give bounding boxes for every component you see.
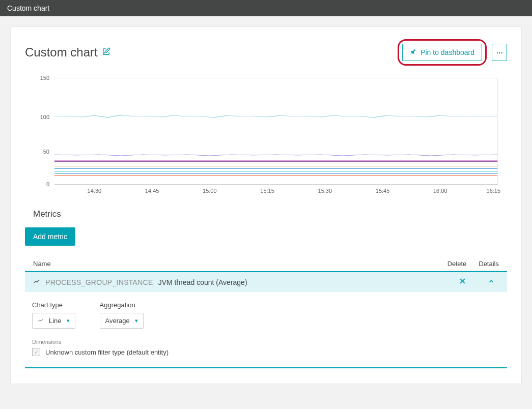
x-tick: 16:15 (487, 188, 501, 194)
line-chart-icon (38, 317, 44, 325)
metric-tag: PROCESS_GROUP_INSTANCE (45, 278, 153, 286)
more-icon: ⋯ (496, 49, 503, 56)
metric-row-actions (459, 277, 499, 287)
x-tick: 14:45 (145, 188, 159, 194)
section-bottom-rule (25, 367, 507, 368)
chart-series-line (54, 160, 497, 161)
col-name: Name (33, 260, 51, 268)
chart-series-line (54, 168, 497, 169)
delete-metric-button[interactable] (459, 277, 466, 287)
x-tick: 16:00 (433, 188, 447, 194)
chart-series-line (54, 163, 497, 163)
x-tick: 15:45 (376, 188, 390, 194)
aggregation-select[interactable]: Average ▾ (100, 313, 144, 329)
metric-row[interactable]: PROCESS_GROUP_INSTANCE JVM thread count … (25, 271, 507, 292)
chart-series-line (54, 161, 497, 162)
pin-to-dashboard-button[interactable]: Pin to dashboard (402, 44, 482, 61)
x-tick: 15:15 (260, 188, 274, 194)
pin-icon (410, 48, 416, 56)
top-bar: Custom chart (0, 0, 532, 16)
chart-type-label: Chart type (32, 301, 75, 309)
metric-row-left: PROCESS_GROUP_INSTANCE JVM thread count … (33, 278, 459, 286)
main-card: Custom chart Pin to dashboard ⋯ (10, 26, 522, 384)
dimension-text: Unknown custom filter type (default enti… (45, 348, 169, 356)
line-chart-icon (33, 278, 40, 286)
chart-series-line (54, 173, 497, 173)
aggregation-value: Average (105, 317, 130, 325)
y-tick: 100 (40, 114, 54, 120)
col-right-group: Delete Details (447, 260, 499, 268)
dimension-row: ✓ Unknown custom filter type (default en… (25, 347, 507, 367)
chevron-down-icon: ▾ (67, 317, 70, 324)
chart-series-line (54, 175, 497, 176)
y-tick: 50 (43, 149, 54, 155)
chart-type-value: Line (49, 317, 62, 325)
y-tick: 0 (46, 181, 54, 187)
edit-title-icon[interactable] (102, 47, 110, 58)
header-actions: Pin to dashboard ⋯ (398, 39, 507, 66)
more-actions-button[interactable]: ⋯ (492, 44, 507, 61)
page-title: Custom chart (25, 45, 98, 60)
chart-series-line (54, 153, 497, 157)
x-tick: 15:30 (318, 188, 332, 194)
aggregation-control: Aggregation Average ▾ (100, 301, 144, 329)
chart-plot[interactable] (54, 78, 498, 185)
metric-label: JVM thread count (Average) (158, 278, 247, 286)
chart-area: 150 100 50 0 14:30 14:45 15:00 15:15 15:… (54, 78, 498, 195)
metric-controls: Chart type Line ▾ Aggregation Average ▾ (25, 292, 507, 339)
chart-type-control: Chart type Line ▾ (32, 301, 75, 329)
x-tick: 15:00 (203, 188, 217, 194)
chart-series-line (54, 171, 497, 171)
chart-type-select[interactable]: Line ▾ (32, 313, 75, 329)
top-bar-title: Custom chart (7, 4, 49, 12)
chevron-down-icon: ▾ (135, 317, 138, 324)
title-wrap: Custom chart (25, 45, 110, 60)
metrics-table-header: Name Delete Details (25, 260, 507, 271)
add-metric-button[interactable]: Add metric (25, 227, 75, 246)
col-details: Details (479, 260, 499, 268)
x-axis: 14:30 14:45 15:00 15:15 15:30 15:45 16:0… (54, 186, 498, 195)
dimension-checkbox[interactable]: ✓ (32, 348, 40, 356)
dimensions-label: Dimensions (25, 339, 507, 347)
pin-highlight: Pin to dashboard (398, 39, 487, 66)
toggle-details-button[interactable] (488, 278, 495, 287)
chart-series-line (54, 113, 497, 120)
col-delete: Delete (447, 260, 467, 268)
metrics-section-title: Metrics (33, 209, 499, 219)
pin-label: Pin to dashboard (421, 48, 474, 56)
y-tick: 150 (40, 75, 54, 81)
chart-series-line (54, 166, 497, 166)
x-tick: 14:30 (88, 188, 102, 194)
header-row: Custom chart Pin to dashboard ⋯ (25, 39, 507, 66)
aggregation-label: Aggregation (100, 301, 144, 309)
